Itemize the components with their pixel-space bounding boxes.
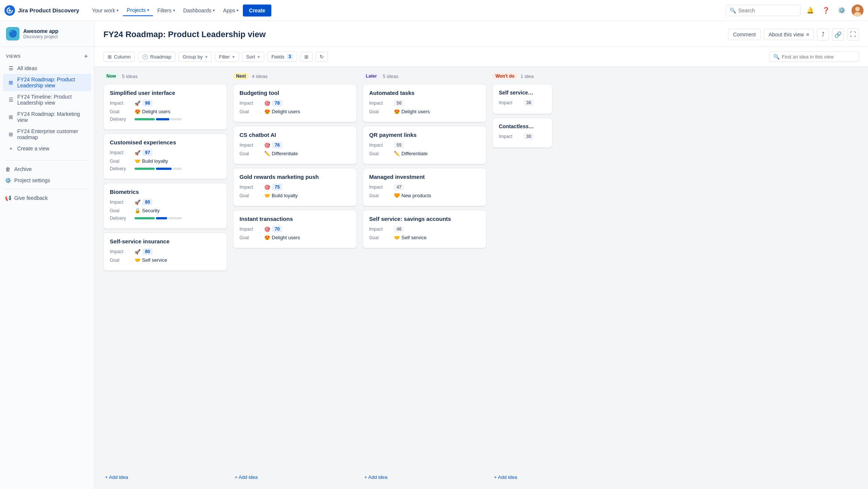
- table-row[interactable]: Automated tasks Impact 56 Goal 😍 Delight…: [363, 84, 486, 122]
- goal-icon: 🤝: [264, 193, 270, 198]
- sidebar-item-create-view[interactable]: + Create a view: [3, 143, 91, 154]
- card-impact-value: 36: [524, 99, 534, 106]
- impact-score: 47: [394, 184, 404, 190]
- nav-filters[interactable]: Filters ▾: [154, 5, 179, 16]
- table-row[interactable]: Budgeting tool Impact 🎯 78 Goal 😍 Deligh…: [233, 84, 357, 122]
- add-idea-next[interactable]: + Add idea: [233, 471, 357, 483]
- settings-button[interactable]: ⚙️: [836, 4, 848, 16]
- table-row[interactable]: Self service… Impact 36: [492, 84, 552, 114]
- sidebar-item-project-settings[interactable]: ⚙️ Project settings: [0, 175, 94, 186]
- table-row[interactable]: Managed investment Impact 47 Goal 🧡 New …: [363, 168, 486, 206]
- delivery-grey: [171, 118, 182, 120]
- card-title: Contactless…: [499, 123, 546, 129]
- group-by-button[interactable]: Group by +: [178, 52, 212, 62]
- column-header-later: Later 5 ideas: [363, 73, 486, 80]
- impact-score: 80: [142, 199, 153, 206]
- nav-projects[interactable]: Projects ▾: [123, 5, 153, 16]
- notifications-button[interactable]: 🔔: [804, 4, 816, 16]
- help-button[interactable]: ❓: [820, 4, 832, 16]
- add-view-icon[interactable]: +: [84, 53, 88, 60]
- nav-apps[interactable]: Apps ▾: [219, 5, 242, 16]
- table-row[interactable]: Contactless… Impact 30: [492, 118, 552, 148]
- card-impact-field: Impact 🎯 76: [239, 142, 350, 148]
- impact-score: 76: [272, 142, 282, 148]
- table-row[interactable]: CS chatbot AI Impact 🎯 76 Goal ✏️ Differ…: [233, 126, 357, 164]
- table-row[interactable]: Instant transactions Impact 🎯 70 Goal 😍 …: [233, 210, 357, 248]
- add-idea-later[interactable]: + Add idea: [363, 471, 486, 483]
- cards-container-now: Simplified user interface Impact 🚀 98 Go…: [103, 84, 227, 470]
- delivery-green: [135, 118, 155, 120]
- about-view-button[interactable]: About this view ≡: [764, 29, 814, 40]
- impact-score: 70: [272, 226, 282, 232]
- chevron-down-icon: ▾: [236, 8, 238, 12]
- card-impact-value: 🚀 98: [135, 100, 153, 106]
- table-row[interactable]: QR payment links Impact 55 Goal ✏️ Diffe…: [363, 126, 486, 164]
- sidebar-item-archive[interactable]: 🗑 Archive: [0, 164, 94, 175]
- table-row[interactable]: Customised experiences Impact 🚀 97 Goal …: [103, 134, 227, 179]
- table-row[interactable]: Gold rewards marketing push Impact 🎯 75 …: [233, 168, 357, 206]
- roadmap-button[interactable]: 🕐 Roadmap: [138, 52, 175, 62]
- sidebar-item-fy24-marketing[interactable]: ⊞ FY24 Roadmap: Marketing view: [3, 108, 91, 126]
- add-idea-now[interactable]: + Add idea: [103, 471, 227, 483]
- card-impact-field: Impact 55: [369, 142, 480, 148]
- link-button[interactable]: 🔗: [832, 28, 844, 40]
- column-button[interactable]: ⊞ Column: [103, 52, 135, 62]
- table-row[interactable]: Self service: savings accounts Impact 46…: [363, 210, 486, 248]
- impact-icon: 🎯: [264, 184, 270, 190]
- impact-score: 98: [142, 100, 153, 106]
- sidebar-item-fy24-timeline[interactable]: ☰ FY24 Timeline: Product Leadership view: [3, 91, 91, 108]
- views-section: VIEWS + ☰ All ideas ⊞ FY24 Roadmap: Prod…: [0, 47, 94, 157]
- card-goal-field: Goal 🔒 Security: [110, 208, 221, 213]
- card-impact-value: 46: [394, 226, 404, 232]
- card-goal-value: 🧡 New products: [394, 193, 431, 198]
- global-search[interactable]: 🔍: [726, 5, 801, 16]
- card-impact-value: 56: [394, 100, 404, 106]
- idea-search[interactable]: 🔍: [769, 51, 859, 62]
- table-row[interactable]: Self-service insurance Impact 🚀 80 Goal …: [103, 232, 227, 271]
- card-delivery-field: Delivery: [110, 216, 221, 221]
- impact-icon: 🎯: [264, 226, 270, 232]
- card-title: Budgeting tool: [239, 90, 350, 96]
- lines-icon: ≡: [806, 32, 809, 38]
- sort-button[interactable]: Sort +: [242, 52, 264, 62]
- card-goal-value: 🤝 Build loyalty: [135, 158, 168, 164]
- fields-button[interactable]: Fields 3: [267, 51, 297, 62]
- search-input[interactable]: [738, 8, 796, 14]
- nav-dashboards[interactable]: Dashboards ▾: [180, 5, 219, 16]
- delivery-blue: [156, 118, 169, 120]
- page-actions: Comment About this view ≡ ⤴ 🔗 ⛶: [728, 28, 859, 40]
- card-impact-value: 🚀 80: [135, 248, 153, 255]
- create-button[interactable]: Create: [243, 4, 271, 16]
- share-button[interactable]: ⤴: [817, 28, 829, 40]
- add-idea-wontdo[interactable]: + Add idea: [492, 471, 552, 483]
- impact-score: 97: [142, 149, 153, 156]
- view-settings-button[interactable]: ⊞: [300, 52, 313, 62]
- filter-button[interactable]: Filter +: [215, 52, 239, 62]
- sidebar-item-all-ideas[interactable]: ☰ All ideas: [3, 63, 91, 74]
- column-count: 4 ideas: [252, 74, 268, 79]
- logo-area: Jira Product Discovery: [4, 5, 79, 16]
- nav-your-work[interactable]: Your work ▾: [88, 5, 122, 16]
- topnav-right: 🔍 🔔 ❓ ⚙️: [726, 4, 864, 16]
- sidebar-item-give-feedback[interactable]: 📢 Give feedback: [0, 192, 94, 204]
- expand-button[interactable]: ⛶: [847, 28, 859, 40]
- goal-icon: 😍: [394, 109, 400, 114]
- page-header: FY24 Roadmap: Product Leadership view Co…: [94, 21, 868, 47]
- card-goal-value: 🔒 Security: [135, 208, 160, 213]
- table-row[interactable]: Biometrics Impact 🚀 80 Goal 🔒 Security: [103, 183, 227, 229]
- delivery-green: [135, 168, 155, 170]
- sidebar-item-fy24-roadmap[interactable]: ⊞ FY24 Roadmap: Product Leadership view: [3, 74, 91, 91]
- column-count: 1 idea: [521, 74, 534, 79]
- impact-icon: 🚀: [135, 100, 141, 106]
- sidebar-item-fy24-enterprise[interactable]: ⊞ FY24 Enterprise customer roadmap: [3, 126, 91, 143]
- column-count: 5 ideas: [383, 74, 398, 79]
- comment-button[interactable]: Comment: [728, 29, 761, 40]
- idea-search-input[interactable]: [782, 54, 855, 60]
- refresh-button[interactable]: ↻: [316, 52, 328, 62]
- card-impact-field: Impact 30: [499, 133, 546, 140]
- card-goal-field: Goal 🤝 Build loyalty: [110, 158, 221, 164]
- page-title: FY24 Roadmap: Product Leadership view: [103, 30, 266, 39]
- table-row[interactable]: Simplified user interface Impact 🚀 98 Go…: [103, 84, 227, 130]
- user-avatar[interactable]: [852, 4, 864, 16]
- card-delivery-field: Delivery: [110, 166, 221, 171]
